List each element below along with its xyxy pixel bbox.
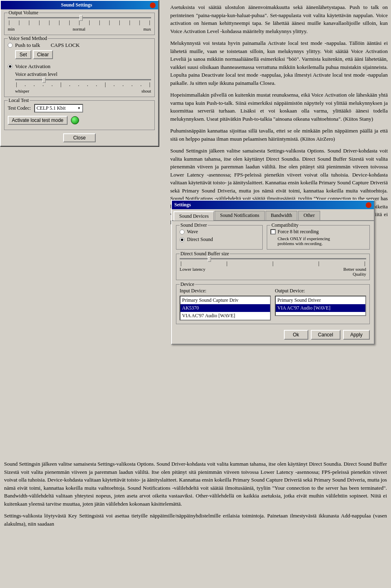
- tick: |: [129, 19, 130, 26]
- force-8bit-checkbox[interactable]: [270, 229, 276, 234]
- main-paragraph-3: Hopeisimmallakin pilvellä on kuitenkin m…: [170, 91, 388, 123]
- tick: .: [51, 81, 53, 88]
- tick: .: [33, 81, 35, 88]
- ok-button[interactable]: Ok: [284, 330, 308, 340]
- clear-button[interactable]: Clear: [33, 50, 53, 59]
- main-paragraph-4: Puhumisnäppäin kannattaa sijoittaa sillä…: [170, 127, 388, 143]
- volume-max-label: max: [143, 27, 151, 31]
- activate-local-test-button[interactable]: Activate local test mode: [8, 116, 68, 125]
- settings-tab-bar: Sound Devices Sound Notifications Bandwi…: [172, 209, 374, 221]
- close-icon[interactable]: [150, 2, 156, 8]
- tick: .: [131, 81, 132, 88]
- tick: |: [49, 19, 50, 26]
- tab-sound-notifications[interactable]: Sound Notifications: [215, 211, 264, 220]
- sound-settings-window: Sound Settings Output Volume | | | | | |…: [0, 0, 159, 146]
- force-8bit-label: Force 8 bit recording: [277, 229, 319, 235]
- set-button[interactable]: Set: [15, 50, 31, 59]
- tick: |: [119, 19, 120, 26]
- output-volume-slider-container: | | | | | | | | | | | | | | | mi: [8, 16, 151, 31]
- voice-activation-radio[interactable]: [8, 64, 13, 69]
- main-content: Asetuksista voi säätää ulostulon äänenvo…: [167, 0, 391, 234]
- direct-sound-label: Direct Sound: [187, 237, 213, 243]
- close-button[interactable]: Close: [63, 133, 96, 142]
- push-to-talk-label: Push to talk: [15, 42, 40, 49]
- tick: .: [140, 81, 141, 88]
- tick: |: [109, 19, 110, 26]
- volume-slider-thumb[interactable]: [79, 15, 83, 21]
- local-test-label: Local Test: [8, 97, 30, 104]
- volume-normal-label: normal: [73, 27, 86, 31]
- check-only-text: Check ONLY if experiencing problems with…: [277, 236, 366, 246]
- check-only-line1: Check ONLY if experiencing: [277, 236, 366, 241]
- whisper-shout-labels: whisper shout: [15, 88, 151, 93]
- chevron-down-icon: ▼: [77, 106, 81, 110]
- output-volume-slider[interactable]: [8, 17, 151, 18]
- input-device-item-via[interactable]: VIA AC'97 Audio [WAVE]: [180, 312, 270, 320]
- buffer-slider-row: | | | | | Lower latency Better sound Qua…: [180, 257, 366, 276]
- voice-activation-slider[interactable]: [15, 79, 151, 80]
- buffer-size-group: Direct Sound Buffer size | | | | | Lower…: [176, 254, 370, 280]
- tab-sound-devices[interactable]: Sound Devices: [174, 211, 214, 221]
- tick: |: [60, 81, 62, 88]
- tick: |: [29, 19, 30, 26]
- direct-sound-option: Direct Sound: [180, 237, 259, 243]
- input-device-item-ak5370[interactable]: AK5370: [180, 304, 270, 312]
- tab-sound-devices-label: Sound Devices: [179, 213, 209, 219]
- tick: |: [319, 260, 320, 267]
- better-sound-label: Better sound: [343, 267, 366, 272]
- output-volume-label: Output Volume: [8, 10, 39, 16]
- output-volume-group: Output Volume | | | | | | | | | | |: [4, 13, 155, 35]
- whisper-label: whisper: [15, 88, 29, 93]
- main-paragraph-1: Asetuksista voi säätää ulostulon äänenvo…: [170, 3, 388, 35]
- tick: |: [69, 19, 70, 26]
- wave-radio[interactable]: [180, 230, 185, 234]
- shout-label: shout: [141, 88, 151, 93]
- input-device-label: Input Device:: [180, 288, 271, 294]
- tab-bandwidth[interactable]: Bandwidth: [266, 211, 298, 220]
- voice-activation-ticks: | . . . . | . . . . | . . . .: [15, 81, 151, 88]
- tick: .: [78, 81, 79, 88]
- tick: |: [149, 19, 150, 26]
- tick: |: [149, 81, 150, 88]
- input-device-listbox[interactable]: Primary Sound Capture Driv AK5370 VIA AC…: [180, 296, 271, 321]
- voice-activation-row: Voice Activation: [8, 63, 151, 70]
- sound-driver-group: Sound Driver Wave Direct Sound: [176, 225, 263, 250]
- buffer-slider-thumb[interactable]: [208, 256, 211, 262]
- tick: |: [16, 81, 17, 88]
- tick: |: [89, 19, 90, 26]
- wave-label: Wave: [187, 229, 198, 235]
- direct-sound-radio[interactable]: [180, 237, 185, 242]
- local-test-group: Local Test Test Codec: CELP 5.1 Kbit ▼ A…: [4, 100, 155, 130]
- test-codec-dropdown[interactable]: CELP 5.1 Kbit ▼: [34, 104, 83, 113]
- settings-body: Sound Driver Wave Direct Sound Compatibi…: [172, 221, 374, 344]
- settings-title: Settings: [174, 202, 191, 208]
- voice-activation-level-section: Voice activation level | . . . . | . . .: [15, 71, 151, 93]
- wave-option: Wave: [180, 229, 259, 235]
- tick: .: [87, 81, 88, 88]
- bottom-text: Sound Settingsin jälkeen valitse samaise…: [0, 457, 391, 535]
- output-device-listbox[interactable]: Primary Sound Driver VIA AC'97 Audio [WA…: [275, 296, 366, 316]
- apply-button[interactable]: Apply: [343, 330, 370, 340]
- input-device-item-primary[interactable]: Primary Sound Capture Driv: [180, 296, 270, 304]
- tab-other-label: Other: [303, 212, 314, 218]
- sound-settings-titlebar: Sound Settings: [1, 1, 158, 9]
- buffer-size-label: Direct Sound Buffer size: [180, 251, 230, 257]
- bottom-paragraph-5: Sound Settingsin jälkeen valitse samaise…: [4, 460, 387, 508]
- tick: |: [59, 19, 60, 26]
- quality-label: Quality: [343, 272, 366, 276]
- better-sound-quality: Better sound Quality: [343, 267, 366, 276]
- test-codec-label: Test Codec:: [8, 105, 31, 111]
- cancel-button[interactable]: Cancel: [311, 330, 340, 340]
- voice-activation-thumb[interactable]: [42, 77, 46, 83]
- tab-other[interactable]: Other: [298, 211, 320, 220]
- output-device-label: Output Device:: [275, 288, 366, 294]
- buffer-size-slider[interactable]: [180, 258, 366, 259]
- push-to-talk-radio[interactable]: [8, 43, 13, 48]
- output-device-item-via[interactable]: VIA AC'97 Audio [WAVE]: [276, 304, 365, 312]
- settings-close-icon[interactable]: [366, 202, 371, 208]
- voice-send-method-group: Voice Send Method Push to talk CAPS LOCK…: [4, 38, 155, 97]
- tick: |: [364, 260, 365, 267]
- lower-latency-label: Lower latency: [180, 267, 205, 276]
- settings-bottom-buttons: Ok Cancel Apply: [176, 328, 370, 340]
- output-device-item-primary[interactable]: Primary Sound Driver: [276, 296, 365, 304]
